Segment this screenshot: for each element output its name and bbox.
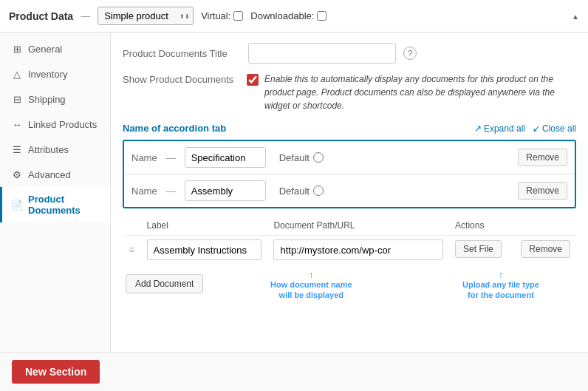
- sidebar-item-general[interactable]: ⊞ General: [0, 36, 110, 61]
- sidebar-item-label: Linked Products: [28, 119, 97, 130]
- sidebar-item-attributes[interactable]: ☰ Attributes: [0, 137, 110, 162]
- sidebar-item-linked-products[interactable]: ↔ Linked Products: [0, 112, 110, 137]
- tab-rows: Name — Default Remove Name — Default: [123, 140, 576, 208]
- page-title: Product Data: [9, 10, 73, 22]
- expand-icon: ↗: [474, 123, 482, 134]
- sidebar-item-label: General: [28, 44, 62, 55]
- header-collapse[interactable]: ▲: [572, 10, 579, 21]
- sidebar-item-label: Inventory: [28, 69, 67, 80]
- sidebar-item-label: Shipping: [28, 94, 66, 105]
- tab-dash-2: —: [166, 186, 176, 197]
- sidebar-item-label: ProductDocuments: [28, 194, 81, 216]
- remove-doc-button[interactable]: Remove: [521, 240, 570, 258]
- sidebar-item-label: Attributes: [28, 144, 69, 155]
- show-docs-label: Show Product Documents: [123, 72, 241, 87]
- downloadable-checkbox[interactable]: [317, 11, 327, 21]
- product-documents-title-label: Product Documents Title: [123, 48, 241, 59]
- tab-remove-button-specification[interactable]: Remove: [518, 149, 567, 166]
- annotation-upload: ↑ Upload any file type for the document: [462, 270, 539, 301]
- shipping-icon: ⊟: [11, 93, 23, 105]
- product-documents-title-row: Product Documents Title ?: [123, 43, 576, 64]
- tab-row-assembly: Name — Default Remove: [124, 174, 575, 207]
- col-url-header: Document Path/URL: [267, 216, 449, 236]
- header-dash: —: [81, 10, 90, 21]
- tab-default-radio-assembly[interactable]: [313, 186, 324, 196]
- sidebar: ⊞ General △ Inventory ⊟ Shipping ↔ Linke…: [0, 33, 111, 352]
- attributes-icon: ☰: [11, 143, 23, 155]
- tab-default-label-1[interactable]: Default: [279, 152, 324, 163]
- tab-name-input-assembly[interactable]: [185, 180, 266, 201]
- col-label-header: Label: [141, 216, 268, 236]
- sidebar-item-advanced[interactable]: ⚙ Advanced: [0, 162, 110, 187]
- tab-row-specification: Name — Default Remove: [124, 141, 575, 174]
- tab-default-label-2[interactable]: Default: [279, 186, 324, 197]
- general-icon: ⊞: [11, 43, 23, 55]
- bottom-bar: New Section: [0, 352, 588, 391]
- set-file-button[interactable]: Set File: [455, 240, 502, 258]
- accordion-header: Name of accordion tab ↗ Expand all ↙ Clo…: [123, 123, 576, 134]
- accordion-actions: ↗ Expand all ↙ Close all: [474, 123, 576, 134]
- doc-url-cell: [267, 236, 449, 265]
- show-docs-checkbox[interactable]: [247, 74, 259, 86]
- doc-actions-cell: Set File Remove: [449, 236, 576, 262]
- header: Product Data — Simple product Variable p…: [0, 0, 588, 33]
- show-docs-description: Enable this to automatically display any…: [264, 72, 576, 112]
- advanced-icon: ⚙: [11, 169, 23, 180]
- product-type-select[interactable]: Simple product Variable product Grouped …: [98, 7, 194, 25]
- documents-table: Label Document Path/URL Actions ≡: [123, 216, 576, 264]
- tab-name-label-1: Name: [131, 152, 157, 163]
- tab-name-input-specification[interactable]: [185, 147, 266, 168]
- main: ⊞ General △ Inventory ⊟ Shipping ↔ Linke…: [0, 33, 588, 352]
- tab-remove-button-assembly[interactable]: Remove: [518, 182, 567, 200]
- virtual-label[interactable]: Virtual:: [201, 10, 243, 21]
- close-all-button[interactable]: ↙ Close all: [533, 123, 576, 134]
- tab-default-radio-specification[interactable]: [313, 152, 324, 163]
- drag-handle-cell[interactable]: ≡: [123, 236, 141, 265]
- linked-products-icon: ↔: [11, 118, 23, 130]
- sidebar-item-product-documents[interactable]: 📄 ProductDocuments: [0, 187, 110, 222]
- sidebar-item-inventory[interactable]: △ Inventory: [0, 61, 110, 86]
- inventory-icon: △: [11, 68, 23, 80]
- product-documents-icon: 📄: [11, 199, 23, 211]
- add-document-button[interactable]: Add Document: [126, 274, 203, 293]
- help-icon[interactable]: ?: [403, 47, 417, 60]
- close-icon: ↙: [533, 123, 540, 134]
- tab-name-label-2: Name: [131, 186, 157, 197]
- expand-all-button[interactable]: ↗ Expand all: [474, 123, 525, 134]
- tab-dash-1: —: [166, 152, 176, 163]
- show-product-documents-row: Show Product Documents Enable this to au…: [123, 72, 576, 112]
- virtual-checkbox[interactable]: [233, 11, 243, 21]
- sidebar-item-shipping[interactable]: ⊟ Shipping: [0, 86, 110, 112]
- doc-label-input[interactable]: [147, 239, 262, 260]
- downloadable-label[interactable]: Downloadable:: [250, 10, 327, 21]
- annotations-container: Add Document ↑ How document name will be…: [123, 270, 576, 314]
- accordion-title: Name of accordion tab: [123, 123, 226, 134]
- annotation-doc-name: ↑ How document name will be displayed: [270, 270, 352, 301]
- doc-url-input[interactable]: [273, 239, 443, 260]
- app-container: Product Data — Simple product Variable p…: [0, 0, 588, 391]
- sidebar-item-label: Advanced: [28, 169, 71, 180]
- product-documents-title-input[interactable]: [248, 43, 396, 64]
- product-type-select-wrap[interactable]: Simple product Variable product Grouped …: [98, 7, 194, 25]
- doc-label-cell: [141, 236, 268, 265]
- collapse-icon: ▲: [572, 13, 579, 21]
- drag-handle-icon[interactable]: ≡: [129, 244, 134, 256]
- content-area: Product Documents Title ? Show Product D…: [111, 33, 588, 352]
- col-actions-header: Actions: [449, 216, 576, 236]
- table-row: ≡ Set File Remove: [123, 236, 576, 265]
- new-section-button[interactable]: New Section: [12, 360, 100, 384]
- col-drag: [123, 216, 141, 236]
